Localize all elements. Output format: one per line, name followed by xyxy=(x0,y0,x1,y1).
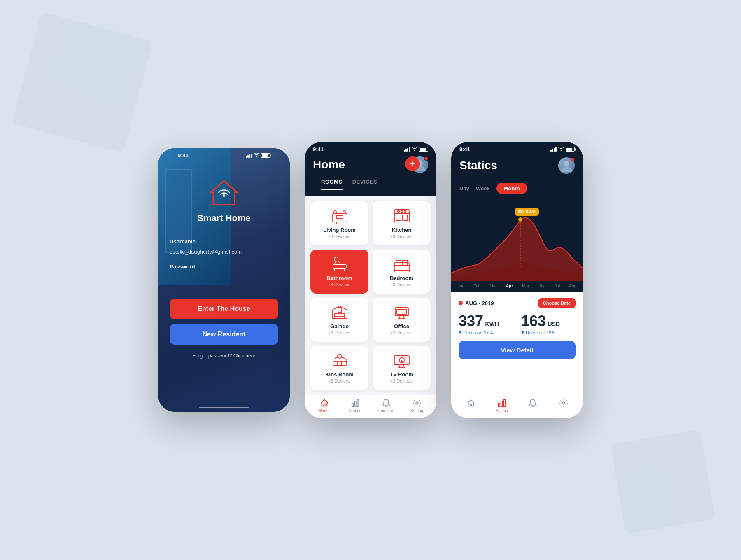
phone-statics: 9:41 xyxy=(451,142,583,418)
chart-area: 337 KWH xyxy=(451,199,583,281)
kids-name: Kids Room xyxy=(325,371,354,378)
bedroom-icon xyxy=(393,256,411,272)
forgot-password: Forgot password? Click here xyxy=(170,353,278,359)
room-kids[interactable]: Kids Room x3 Devices xyxy=(310,346,368,390)
tab-devices[interactable]: DEVICES xyxy=(352,179,377,190)
phone-login: 9:41 xyxy=(158,148,290,412)
nav-statics-setting-label: Setting xyxy=(557,408,570,413)
filter-day[interactable]: Day xyxy=(459,184,469,193)
svg-rect-18 xyxy=(338,308,341,313)
svg-point-0 xyxy=(223,194,225,197)
office-icon xyxy=(393,304,411,320)
add-button[interactable]: + xyxy=(405,156,420,171)
nav-setting[interactable]: Setting xyxy=(407,399,427,413)
room-bathroom[interactable]: Bathroom x3 Devices xyxy=(310,250,368,294)
choose-date-button[interactable]: Choose Date xyxy=(538,298,576,308)
click-here-link[interactable]: Click here xyxy=(233,353,255,359)
stat-usd: 163 USD Decrease 19% xyxy=(521,314,576,335)
svg-rect-20 xyxy=(397,309,407,314)
svg-rect-24 xyxy=(333,359,346,366)
home-nav-icon xyxy=(320,399,329,408)
statics-title: Statics xyxy=(459,159,497,172)
svg-point-9 xyxy=(401,211,403,213)
enter-button[interactable]: Enter The House xyxy=(170,299,278,319)
home-tabs: ROOMS DEVICES + xyxy=(313,173,428,190)
svg-line-22 xyxy=(403,316,404,318)
room-living-room[interactable]: Living Room x3 Devices xyxy=(310,201,368,245)
svg-rect-7 xyxy=(403,215,408,221)
office-name: Office xyxy=(394,323,409,329)
chart-tooltip: 337 KWH xyxy=(515,208,539,216)
month-jun: Jun xyxy=(539,284,545,288)
phones-container: 9:41 xyxy=(158,142,583,418)
bathroom-name: Bathroom xyxy=(327,275,352,281)
room-office[interactable]: Office x3 Devices xyxy=(373,298,431,342)
nav-statics-routines-label: Routines xyxy=(524,408,541,413)
decrease-icon-usd xyxy=(521,331,524,334)
nav-routines[interactable]: Routines xyxy=(376,399,396,413)
login-form: Username Password xyxy=(170,238,278,289)
nav-setting-label: Setting xyxy=(410,408,423,413)
nav-statics-setting[interactable]: Setting xyxy=(553,399,574,413)
chart-months: Jan Feb Mar Apr May Jun Jul Aug xyxy=(451,281,583,292)
status-icons xyxy=(246,153,270,159)
living-room-name: Living Room xyxy=(323,227,356,233)
tv-icon xyxy=(393,352,411,368)
username-label: Username xyxy=(170,238,278,245)
wifi-icon xyxy=(254,153,259,159)
room-bedroom[interactable]: Bedroom x3 Devices xyxy=(373,250,431,294)
svg-rect-43 xyxy=(501,401,503,406)
svg-point-41 xyxy=(518,217,522,222)
svg-rect-12 xyxy=(394,263,409,270)
nav-routines-label: Routines xyxy=(378,408,394,413)
password-input[interactable] xyxy=(170,272,278,282)
filter-month[interactable]: Month xyxy=(496,183,527,194)
stat-kwh-value: 337 KWH xyxy=(459,314,513,329)
bottom-nav-home: Home Statics Routines xyxy=(305,395,436,418)
resident-button[interactable]: New Resident xyxy=(170,324,278,345)
nav-home[interactable]: Home xyxy=(314,399,335,413)
username-input[interactable] xyxy=(170,247,278,257)
month-jan: Jan xyxy=(458,284,464,288)
statics-setting-icon xyxy=(559,399,568,408)
filter-week[interactable]: Week xyxy=(476,184,490,193)
view-detail-button[interactable]: View Detail xyxy=(459,341,576,359)
stats-header-row: AUG - 2019 Choose Date xyxy=(459,298,576,308)
svg-rect-44 xyxy=(503,400,505,407)
nav-statics-statics[interactable]: Statics xyxy=(492,399,512,413)
bedroom-name: Bedroom xyxy=(390,275,413,281)
status-time-statics: 9:41 xyxy=(459,146,470,152)
avatar-statics[interactable] xyxy=(558,157,575,174)
tv-devices: x3 Devices xyxy=(391,378,413,383)
svg-rect-35 xyxy=(354,401,356,406)
stats-numbers: 337 KWH Decrease 27% 163 USD D xyxy=(459,314,576,335)
room-kitchen[interactable]: Kitchen x3 Devices xyxy=(373,201,431,245)
nav-statics-routines[interactable]: Routines xyxy=(522,399,543,413)
living-room-devices: x3 Devices xyxy=(329,234,351,239)
svg-line-31 xyxy=(403,365,404,367)
svg-point-10 xyxy=(404,211,406,213)
svg-rect-36 xyxy=(357,400,359,407)
tv-name: TV Room xyxy=(390,371,413,378)
tab-rooms[interactable]: ROOMS xyxy=(321,179,343,190)
room-tv[interactable]: TV Room x3 Devices xyxy=(373,346,431,390)
kids-icon xyxy=(331,352,349,368)
month-feb: Feb xyxy=(473,284,480,288)
kids-devices: x3 Devices xyxy=(329,378,351,383)
nav-statics[interactable]: Statics xyxy=(345,399,366,413)
nav-statics-label: Statics xyxy=(349,408,361,413)
month-apr: Apr xyxy=(506,284,513,288)
nav-statics-home[interactable]: Home xyxy=(461,399,481,413)
period-dot xyxy=(459,301,463,305)
status-bar-login: 9:41 xyxy=(170,148,278,161)
room-garage[interactable]: Garage x3 Devices xyxy=(310,298,368,342)
month-may: May xyxy=(522,284,530,288)
bathroom-icon xyxy=(331,256,349,272)
login-content: 9:41 xyxy=(158,148,290,412)
username-group: Username xyxy=(170,238,278,257)
signal-icon-home xyxy=(404,147,410,152)
status-icons-home xyxy=(404,147,428,152)
statics-routines-icon xyxy=(528,399,537,408)
battery-icon-home xyxy=(419,147,428,152)
svg-point-8 xyxy=(397,211,399,213)
